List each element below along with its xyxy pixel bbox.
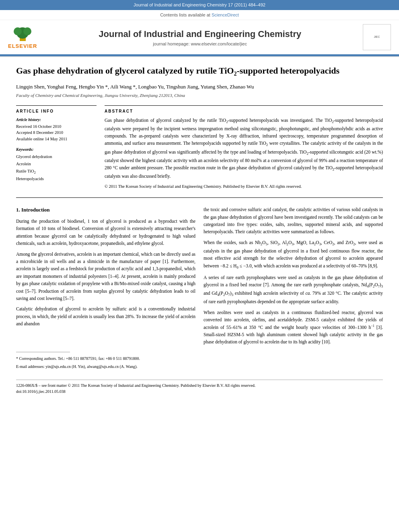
journal-top-bar: Journal of Industrial and Engineering Ch… <box>0 0 399 10</box>
keyword-2: Acrolein <box>16 160 97 168</box>
footnote-divider <box>16 352 70 352</box>
abstract-text: Gas phase dehydration of glycerol cataly… <box>105 117 383 180</box>
journal-header: ELSEVIER Journal of Industrial and Engin… <box>0 20 399 55</box>
footnote-corresponding: * Corresponding authors. Tel.: +86 511 8… <box>16 355 195 362</box>
affiliation: Faculty of Chemistry and Chemical Engine… <box>16 92 383 99</box>
keyword-1: Glycerol dehydration <box>16 153 97 160</box>
elsevier-tree-icon <box>12 24 34 42</box>
article-available: Available online 14 May 2011 <box>16 136 97 142</box>
journal-homepage: journal homepage: www.elsevier.com/locat… <box>37 41 363 47</box>
article-history-title: Article history: <box>16 117 97 123</box>
footnote-email: E-mail addresses: yin@ujs.edu.cn (H. Yin… <box>16 364 195 370</box>
left-column: 1. Introduction During the production of… <box>16 206 195 371</box>
article-received: Received 16 October 2010 <box>16 123 97 130</box>
right-column: the toxic and corrosive sulfuric acid ca… <box>204 206 383 371</box>
keywords-list: Glycerol dehydration Acrolein Rutile TiO… <box>16 153 97 183</box>
intro-para-2: Among the glycerol derivatives, acrolein… <box>16 251 195 302</box>
right-para-3: A series of rare earth pyrophosphates we… <box>204 274 383 306</box>
header-divider <box>0 55 399 56</box>
authors: Lingqin Shen, Yonghai Feng, Hengbo Yin *… <box>16 83 383 91</box>
article-history: Article history: Received 16 October 201… <box>16 117 97 142</box>
svg-point-2 <box>14 27 22 35</box>
keywords-label: Keywords: <box>16 146 97 152</box>
paper-title: Gas phase dehydration of glycerol cataly… <box>16 65 383 78</box>
section-number: 1. <box>16 207 20 213</box>
intro-para-1: During the production of biodiesel, 1 to… <box>16 218 195 247</box>
article-info-panel: ARTICLE INFO Article history: Received 1… <box>16 105 97 190</box>
svg-point-3 <box>23 27 31 35</box>
contents-line: Contents lists available at <box>160 12 212 17</box>
elsevier-logo-box: ELSEVIER <box>8 24 37 50</box>
right-para-2: When the oxides, such as Nb2O5, SiO2, Al… <box>204 239 383 271</box>
journal-header-center: Journal of Industrial and Engineering Ch… <box>37 27 363 47</box>
journal-logo-box: JIEC <box>363 24 391 50</box>
intro-heading: 1. Introduction <box>16 206 195 214</box>
issn-line: 1226-086X/$ – see front matter © 2011 Th… <box>16 382 383 388</box>
keyword-3: Rutile TiO2 <box>16 168 97 175</box>
intro-para-3: Catalytic dehydration of glycerol to acr… <box>16 305 195 327</box>
sciencedirect-link[interactable]: ScienceDirect <box>212 12 239 17</box>
body-content: 1. Introduction During the production of… <box>16 206 383 371</box>
article-info-abstract: ARTICLE INFO Article history: Received 1… <box>16 105 383 190</box>
copyright-notice: © 2011 The Korean Society of Industrial … <box>105 183 383 190</box>
abstract-panel: ABSTRACT Gas phase dehydration of glycer… <box>105 105 383 190</box>
elsevier-text: ELSEVIER <box>8 42 37 50</box>
article-accepted: Accepted 8 December 2010 <box>16 129 97 136</box>
article-info-label: ARTICLE INFO <box>16 108 97 114</box>
keyword-4: Heteropolyacids <box>16 175 97 183</box>
right-para-1: the toxic and corrosive sulfuric acid ca… <box>204 206 383 236</box>
doi-line: doi:10.1016/j.jiec.2011.05.038 <box>16 388 383 394</box>
bottom-footnote: 1226-086X/$ – see front matter © 2011 Th… <box>16 380 383 394</box>
right-para-4: When zeolites were used as catalysts in … <box>204 309 383 346</box>
journal-title: Journal of Industrial and Engineering Ch… <box>37 27 363 41</box>
article-keywords: Keywords: Glycerol dehydration Acrolein … <box>16 146 97 183</box>
section-title: Introduction <box>21 207 50 213</box>
main-content: Gas phase dehydration of glycerol cataly… <box>0 57 399 403</box>
abstract-label: ABSTRACT <box>105 108 383 114</box>
section-divider <box>16 197 383 198</box>
journal-citation: Journal of Industrial and Engineering Ch… <box>134 2 265 7</box>
footnote-area: * Corresponding authors. Tel.: +86 511 8… <box>16 352 195 370</box>
